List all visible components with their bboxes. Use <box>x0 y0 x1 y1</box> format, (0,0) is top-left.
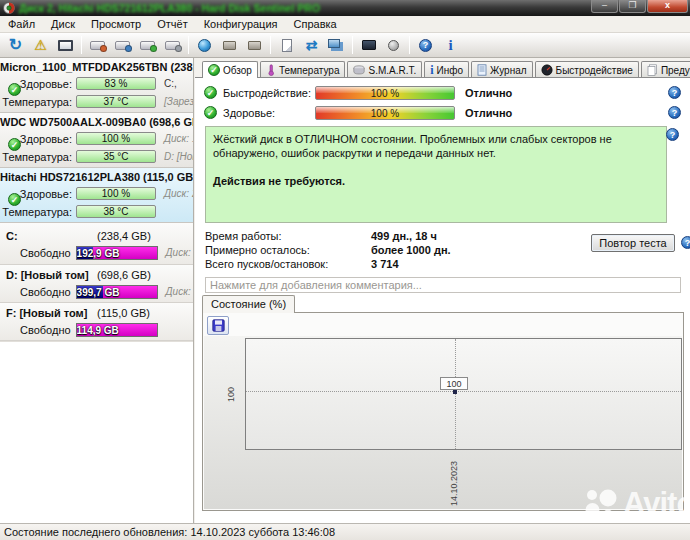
monitor-config-button[interactable] <box>356 34 381 56</box>
partition-item-f[interactable]: F: [Новый том](115,0 GB) Свободно 114,9 … <box>0 303 193 341</box>
temperature-bar: 38 °C <box>76 205 156 218</box>
hardware-test-button[interactable] <box>217 34 242 56</box>
health-bar: 83 % <box>76 77 156 90</box>
free-space-value: 399,7 GB <box>77 287 120 298</box>
network-icon <box>328 39 340 48</box>
help-icon[interactable]: ? <box>666 128 679 141</box>
menu-help[interactable]: Справка <box>286 17 345 31</box>
data-point <box>453 390 457 394</box>
disk-item-wdc[interactable]: WDC WD7500AALX-009BA0 (698,6 GB) ✓ Здоро… <box>0 113 193 168</box>
chart-plot-area: 100 100 14.10.2023 <box>204 336 682 509</box>
partition-size: (115,0 GB) <box>97 307 150 319</box>
tab-temperature[interactable]: Температура <box>260 61 346 78</box>
thermometer-icon <box>266 64 276 76</box>
sync-button[interactable]: ⇄ <box>299 34 324 56</box>
temperature-label: Температура: <box>0 206 72 218</box>
tab-label: S.M.A.R.T. <box>368 65 416 76</box>
toolbar-separator <box>352 36 353 54</box>
disk-status-ok-icon: ✓ <box>8 83 21 96</box>
close-button[interactable]: x <box>647 0 688 13</box>
health-value: 100 % <box>371 108 399 119</box>
refresh-button[interactable]: ↻ <box>3 34 28 56</box>
disk-schedule-button[interactable] <box>110 34 135 56</box>
health-bar: 100 % <box>315 106 455 120</box>
disk-settings-button[interactable] <box>85 34 110 56</box>
status-ok-icon: ✓ <box>204 86 217 99</box>
info-button[interactable]: i <box>438 34 463 56</box>
menu-configuration[interactable]: Конфигурация <box>196 17 286 31</box>
help-icon[interactable]: ? <box>681 236 690 249</box>
disk-info: [Зарезер <box>164 96 193 107</box>
menu-view[interactable]: Просмотр <box>83 17 149 31</box>
tab-overview[interactable]: ✓Обзор <box>202 61 258 78</box>
disk-info: Диск: 2 <box>164 188 193 199</box>
menu-bar: Файл Диск Просмотр Отчёт Конфигурация Сп… <box>0 16 690 33</box>
partition-item-d[interactable]: D: [Новый том](698,6 GB) Свободно 399,7 … <box>0 265 193 303</box>
stat-value: 499 дн., 18 ч <box>371 230 437 242</box>
disk-search-button[interactable] <box>160 34 185 56</box>
device-detect-button[interactable] <box>242 34 267 56</box>
tab-alerts[interactable]: Предупреждения <box>641 61 690 78</box>
status-bar: Состояние последнего обновления: 14.10.2… <box>0 523 690 540</box>
toolbar-separator <box>188 36 189 54</box>
sidebar-empty-area <box>0 341 193 523</box>
speaker-icon <box>388 40 399 51</box>
device-icon <box>248 41 261 50</box>
free-space-value: 192,9 GB <box>77 248 120 259</box>
stat-label: Время работы: <box>205 230 371 242</box>
tab-performance[interactable]: Быстродействие <box>535 61 639 78</box>
status-ok-icon: ✓ <box>204 106 217 119</box>
toolbar-separator <box>81 36 82 54</box>
alerts-button[interactable]: ⚠ <box>28 34 53 56</box>
save-chart-button[interactable] <box>207 316 229 335</box>
action-message: Действия не требуются. <box>213 174 659 188</box>
help-icon: ? <box>419 39 432 52</box>
tab-label: Быстродействие <box>556 65 633 76</box>
tab-info[interactable]: iИнфо <box>424 61 469 78</box>
info-icon: i <box>430 63 433 78</box>
menu-disk[interactable]: Диск <box>43 17 83 31</box>
info-icon: i <box>448 37 452 54</box>
menu-report[interactable]: Отчёт <box>149 17 195 31</box>
network-button[interactable] <box>324 34 349 56</box>
disk-schedule-icon <box>115 41 130 50</box>
tab-smart[interactable]: S.M.A.R.T. <box>347 61 422 78</box>
check-circle-icon: ✓ <box>208 64 220 76</box>
sound-button[interactable] <box>381 34 406 56</box>
partition-disk-label: Диск: 1 <box>166 286 193 297</box>
journal-icon <box>477 64 487 76</box>
help-button[interactable]: ? <box>413 34 438 56</box>
partition-name: D: [Новый том] <box>6 269 89 281</box>
app-window: Диск 2, Hitachi HDS721612PLA380 - Hard D… <box>0 0 690 540</box>
help-icon[interactable]: ? <box>668 106 681 119</box>
retest-button[interactable]: Повтор теста <box>591 234 675 252</box>
free-label: Свободно <box>20 324 71 336</box>
chart-tab-state[interactable]: Состояние (%) <box>202 295 295 313</box>
report-button[interactable] <box>274 34 299 56</box>
health-row: ✓ Здоровье: 100 % Отлично ? <box>204 105 681 120</box>
network-disk-button[interactable] <box>192 34 217 56</box>
pages-icon <box>647 64 658 76</box>
disk-item-hitachi[interactable]: Hitachi HDS721612PLA380 (115,0 GB) ✓ Здо… <box>0 168 193 223</box>
partition-item-c[interactable]: C:(238,4 GB) Свободно 192,9 GB Диск: 0 <box>0 223 193 265</box>
window-title: Диск 2, Hitachi HDS721612PLA380 - Hard D… <box>19 2 320 14</box>
help-icon[interactable]: ? <box>668 86 681 99</box>
free-space-bar: 192,9 GB <box>76 246 158 260</box>
disk-status-ok-icon: ✓ <box>8 138 21 151</box>
tab-label: Обзор <box>223 65 252 76</box>
overview-content: ✓ Быстродействие: 100 % Отлично ? ✓ Здор… <box>195 77 690 523</box>
maximize-button[interactable]: ❐ <box>619 0 646 13</box>
disk-overview-button[interactable] <box>53 34 78 56</box>
temperature-bar: 35 °C <box>76 150 156 163</box>
free-space-value: 114,9 GB <box>77 325 119 336</box>
comment-input[interactable] <box>205 277 681 293</box>
chart-plot: 100 <box>245 338 682 450</box>
temperature-label: Температура: <box>0 96 72 108</box>
tab-journal[interactable]: Журнал <box>471 61 533 78</box>
performance-row: ✓ Быстродействие: 100 % Отлично ? <box>204 85 681 100</box>
minimize-button[interactable]: – <box>591 0 618 13</box>
disk-item-micron[interactable]: Micron_1100_MTFDDAK256TBN (238,5 ✓ Здоро… <box>0 58 193 113</box>
lifetime-stats: Время работы:499 дн., 18 ч Примерно оста… <box>205 229 451 271</box>
disk-ok-button[interactable] <box>135 34 160 56</box>
menu-file[interactable]: Файл <box>0 17 43 31</box>
